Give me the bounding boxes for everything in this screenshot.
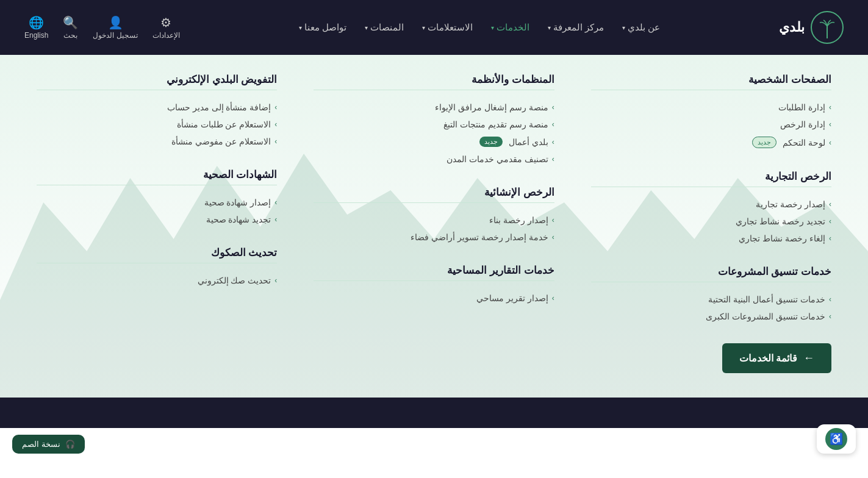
arrow-icon: › (274, 215, 277, 224)
item-add-facility[interactable]: › إضافة منشأة إلى مدير حساب (37, 99, 277, 116)
item-balady-business[interactable]: › بلدي أعمال جديد (314, 133, 554, 151)
item-city-services[interactable]: › تصنيف مقدمي خدمات المدن (314, 151, 554, 168)
services-grid: الصفحات الشخصية › إدارة الطلبات › إدارة … (37, 73, 831, 325)
nav-contact[interactable]: تواصل معنا ▾ (299, 22, 346, 33)
header: بلدي عن بلدي ▾ مركز المعرفة ▾ الخدمات ▾ … (0, 0, 868, 55)
arrow-icon: › (829, 120, 831, 129)
section-commercial: الرخص التجارية › إصدار رخصة تجارية › تجد… (591, 170, 831, 247)
arrow-icon: › (552, 294, 554, 302)
section-personal-pages: الصفحات الشخصية › إدارة الطلبات › إدارة … (591, 73, 831, 152)
item-issue-land[interactable]: › خدمة إصدار رخصة تسوير أراضي فضاء (314, 229, 554, 246)
section-sukuk: تحديث الصكوك › تحديث صك إلكتروني (37, 246, 277, 289)
arrow-icon: › (552, 233, 554, 241)
arrow-icon: › (274, 198, 277, 207)
nav-knowledge[interactable]: مركز المعرفة ▾ (548, 22, 604, 33)
chevron-down-icon: ▾ (365, 24, 368, 31)
nav-inquiries[interactable]: الاستعلامات ▾ (422, 22, 473, 33)
item-manage-licenses[interactable]: › إدارة الرخص (591, 116, 831, 133)
section-delegation: التفويض البلدي الإلكتروني › إضافة منشأة … (37, 73, 277, 150)
item-issue-survey[interactable]: › إصدار تقرير مساحي (314, 290, 554, 307)
section-title-personal: الصفحات الشخصية (591, 73, 831, 90)
item-issue-construction[interactable]: › إصدار رخصة بناء (314, 212, 554, 229)
item-large-projects[interactable]: › خدمات تنسيق المشروعات الكبرى (591, 308, 831, 325)
logo: بلدي (779, 11, 844, 44)
services-dropdown: الصفحات الشخصية › إدارة الطلبات › إدارة … (0, 55, 868, 398)
section-title-survey: خدمات التقارير المساحية (314, 264, 554, 281)
section-organizations: المنظمات والأنظمة › منصة رسم إشغال مرافق… (314, 73, 554, 168)
arrow-icon: › (552, 155, 554, 163)
nav-platforms[interactable]: المنصات ▾ (365, 22, 404, 33)
search-icon: 🔍 (63, 15, 78, 30)
section-title-construction: الرخص الإنشائية (314, 186, 554, 203)
arrow-icon: › (274, 137, 277, 146)
chevron-down-icon: ▾ (422, 24, 425, 31)
accessibility-widget[interactable]: ♿ (817, 424, 856, 428)
arrow-icon: › (829, 312, 831, 321)
new-badge: جديد (752, 137, 777, 148)
section-title-projects: خدمات تنسيق المشروعات (591, 265, 831, 282)
user-icon: 👤 (108, 15, 123, 30)
section-construction: الرخص الإنشائية › إصدار رخصة بناء › خدمة… (314, 186, 554, 246)
login-button[interactable]: 👤 تسجيل الدخول (93, 15, 137, 40)
arrow-icon: › (829, 295, 831, 304)
item-renew-commercial[interactable]: › تجديد رخصة نشاط تجاري (591, 213, 831, 230)
item-renew-health[interactable]: › تجديد شهادة صحية (37, 211, 277, 228)
chevron-down-icon: ▾ (299, 24, 302, 31)
section-title-delegation: التفويض البلدي الإلكتروني (37, 73, 277, 90)
arrow-icon: › (552, 103, 554, 112)
new-badge-dark: جديد (479, 137, 503, 147)
section-health: الشهادات الصحية › إصدار شهادة صحية › تجد… (37, 168, 277, 228)
section-title-sukuk: تحديث الصكوك (37, 246, 277, 263)
nav-services[interactable]: الخدمات ▾ (491, 22, 529, 33)
item-cancel-commercial[interactable]: › إلغاء رخصة نشاط تجاري (591, 230, 831, 247)
item-issue-health[interactable]: › إصدار شهادة صحية (37, 194, 277, 211)
chevron-down-icon: ▾ (622, 24, 625, 31)
section-survey: خدمات التقارير المساحية › إصدار تقرير مس… (314, 264, 554, 307)
item-manage-requests[interactable]: › إدارة الطلبات (591, 99, 831, 116)
item-inquire-delegates[interactable]: › الاستعلام عن مفوضي منشأة (37, 133, 277, 150)
bottom-bar (0, 398, 868, 428)
item-accommodation[interactable]: › منصة رسم إشغال مرافق الإيواء (314, 99, 554, 116)
arrow-icon: › (274, 103, 277, 112)
settings-button[interactable]: ⚙ الإعدادات (152, 15, 180, 40)
nav-about[interactable]: عن بلدي ▾ (622, 22, 660, 33)
section-title-health: الشهادات الصحية (37, 168, 277, 185)
arrow-left-icon: ← (803, 352, 814, 365)
settings-icon: ⚙ (160, 15, 171, 30)
globe-icon: 🌐 (29, 15, 44, 30)
item-issue-commercial[interactable]: › إصدار رخصة تجارية (591, 196, 831, 213)
item-infrastructure[interactable]: › خدمات تنسيق أعمال البنية التحتية (591, 291, 831, 308)
arrow-icon: › (552, 120, 554, 129)
arrow-icon: › (552, 216, 554, 224)
logo-text: بلدي (779, 20, 805, 35)
arrow-icon: › (829, 138, 831, 147)
arrow-icon: › (829, 217, 831, 226)
all-services-button[interactable]: ← قائمة الخدمات (722, 343, 831, 373)
arrow-icon: › (274, 120, 277, 129)
item-inquire-requests[interactable]: › الاستعلام عن طلبات منشأة (37, 116, 277, 133)
chevron-down-icon: ▾ (548, 24, 551, 31)
arrow-icon: › (552, 138, 554, 146)
chevron-down-icon: ▾ (491, 24, 494, 31)
header-utils: ⚙ الإعدادات 👤 تسجيل الدخول 🔍 بحث 🌐 Engli… (24, 15, 180, 40)
item-update-sukuk[interactable]: › تحديث صك إلكتروني (37, 272, 277, 289)
arrow-icon: › (274, 276, 277, 285)
search-button[interactable]: 🔍 بحث (63, 15, 78, 40)
section-title-organizations: المنظمات والأنظمة (314, 73, 554, 90)
arrow-icon: › (829, 103, 831, 112)
section-projects: خدمات تنسيق المشروعات › خدمات تنسيق أعما… (591, 265, 831, 325)
item-tobacco[interactable]: › منصة رسم تقديم منتجات التبغ (314, 116, 554, 133)
main-nav: عن بلدي ▾ مركز المعرفة ▾ الخدمات ▾ الاست… (299, 22, 661, 33)
arrow-icon: › (829, 234, 831, 243)
language-button[interactable]: 🌐 English (24, 15, 48, 40)
section-title-commercial: الرخص التجارية (591, 170, 831, 187)
arrow-icon: › (829, 200, 831, 209)
logo-circle (811, 11, 844, 44)
item-dashboard[interactable]: › لوحة التحكم جديد (591, 133, 831, 152)
